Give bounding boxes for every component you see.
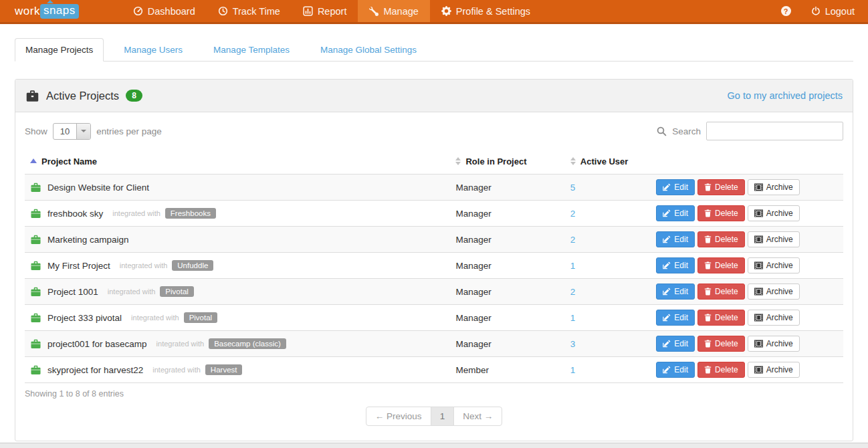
edit-label: Edit — [674, 312, 688, 323]
page-size-control: Show 10 entries per page — [25, 123, 162, 140]
integration-badge: Harvest — [205, 364, 243, 375]
archive-button[interactable]: Archive — [748, 284, 800, 300]
nav-item-dashboard[interactable]: Dashboard — [122, 0, 207, 22]
delete-button[interactable]: Delete — [697, 284, 745, 300]
page-size-select[interactable]: 10 — [53, 123, 91, 140]
next-page-button[interactable]: Next → — [453, 407, 502, 426]
archived-projects-link[interactable]: Go to my archived projects — [728, 90, 843, 101]
delete-label: Delete — [715, 260, 738, 271]
film-archive-icon — [754, 314, 763, 322]
archive-button[interactable]: Archive — [748, 179, 800, 195]
film-archive-icon — [754, 183, 763, 191]
active-user-count-link[interactable]: 2 — [570, 235, 576, 245]
project-count-badge: 8 — [126, 90, 142, 102]
delete-button[interactable]: Delete — [697, 362, 745, 378]
delete-label: Delete — [715, 338, 738, 349]
delete-label: Delete — [715, 234, 738, 245]
logo-text-snaps: snaps — [40, 4, 79, 19]
archive-button[interactable]: Archive — [748, 205, 800, 221]
trash-icon — [704, 314, 712, 322]
archive-button[interactable]: Archive — [748, 362, 800, 378]
worksnaps-logo[interactable]: work snaps — [0, 0, 79, 22]
logout-label: Logout — [825, 6, 855, 17]
edit-button[interactable]: Edit — [656, 231, 695, 247]
edit-label: Edit — [674, 260, 688, 271]
integrated-with-label: integrated with — [108, 288, 156, 296]
nav-label: Track Time — [233, 6, 280, 17]
active-user-count-link[interactable]: 2 — [570, 287, 576, 297]
edit-icon — [663, 235, 671, 243]
edit-button[interactable]: Edit — [656, 284, 695, 300]
column-label: Active User — [580, 156, 629, 166]
integrated-with-label: integrated with — [112, 209, 160, 217]
nav-item-report[interactable]: Report — [292, 0, 358, 22]
report-icon — [303, 6, 313, 16]
archive-button[interactable]: Archive — [748, 336, 800, 352]
active-user-count-link[interactable]: 1 — [570, 313, 576, 323]
column-header-role[interactable]: Role in Project — [450, 148, 564, 175]
delete-label: Delete — [715, 312, 738, 323]
edit-button[interactable]: Edit — [656, 179, 695, 195]
tab-manage-templates[interactable]: Manage Templates — [203, 38, 300, 62]
current-page-button[interactable]: 1 — [431, 407, 455, 426]
integration-info: integrated with Pivotal — [131, 312, 217, 323]
integration-info: integrated with Unfuddle — [120, 260, 214, 271]
previous-page-button[interactable]: ← Previous — [366, 407, 431, 426]
trash-icon — [704, 209, 712, 217]
project-name: project001 for basecamp — [47, 339, 147, 349]
edit-icon — [663, 288, 671, 296]
integration-info: integrated with Harvest — [152, 364, 242, 375]
edit-button[interactable]: Edit — [656, 362, 695, 378]
role-in-project: Manager — [450, 227, 564, 253]
delete-button[interactable]: Delete — [697, 179, 745, 195]
integration-badge: Pivotal — [184, 312, 218, 323]
archive-button[interactable]: Archive — [748, 310, 800, 326]
edit-button[interactable]: Edit — [656, 336, 695, 352]
delete-button[interactable]: Delete — [697, 310, 745, 326]
nav-item-manage[interactable]: Manage — [358, 0, 429, 22]
delete-button[interactable]: Delete — [697, 231, 745, 247]
column-header-project-name[interactable]: Project Name — [25, 148, 450, 175]
edit-button[interactable]: Edit — [656, 310, 695, 326]
integrated-with-label: integrated with — [156, 340, 205, 348]
tab-manage-users[interactable]: Manage Users — [113, 38, 193, 62]
column-label: Role in Project — [465, 156, 526, 166]
column-header-active-user[interactable]: Active User — [565, 148, 651, 175]
help-icon[interactable]: ? — [781, 6, 791, 16]
archive-button[interactable]: Archive — [748, 231, 800, 247]
logout-button[interactable]: Logout — [811, 6, 855, 17]
edit-icon — [663, 261, 671, 269]
search-input[interactable] — [706, 122, 843, 140]
active-user-count-link[interactable]: 1 — [570, 261, 576, 271]
delete-button[interactable]: Delete — [697, 336, 745, 352]
role-in-project: Manager — [450, 175, 564, 201]
edit-button[interactable]: Edit — [656, 257, 695, 273]
project-briefcase-icon — [30, 209, 41, 219]
archive-button[interactable]: Archive — [748, 257, 800, 273]
select-caret-button[interactable] — [76, 124, 90, 139]
table-header-row: Project Name Role in Project Active User — [25, 148, 843, 175]
active-user-count-link[interactable]: 3 — [570, 339, 576, 349]
active-user-count-link[interactable]: 5 — [570, 183, 576, 193]
project-briefcase-icon — [30, 365, 41, 375]
tab-manage-projects[interactable]: Manage Projects — [15, 38, 104, 62]
nav-item-profile-settings[interactable]: Profile & Settings — [430, 0, 542, 22]
column-label: Project Name — [41, 156, 97, 166]
delete-button[interactable]: Delete — [697, 257, 745, 273]
edit-icon — [663, 314, 671, 322]
project-briefcase-icon — [30, 287, 41, 297]
tab-manage-global-settings[interactable]: Manage Global Settings — [310, 38, 427, 62]
active-user-count-link[interactable]: 2 — [570, 209, 576, 219]
project-row: My First Project integrated with Unfuddl… — [25, 253, 843, 279]
project-name: Marketing campaign — [47, 235, 129, 245]
edit-button[interactable]: Edit — [656, 205, 695, 221]
entries-summary: Showing 1 to 8 of 8 entries — [25, 389, 843, 399]
active-user-count-link[interactable]: 1 — [570, 365, 576, 375]
edit-icon — [663, 366, 671, 374]
role-in-project: Manager — [450, 253, 564, 279]
active-projects-panel: Active Projects 8 Go to my archived proj… — [15, 79, 853, 441]
delete-button[interactable]: Delete — [697, 205, 745, 221]
edit-label: Edit — [674, 286, 688, 297]
nav-item-track-time[interactable]: Track Time — [207, 0, 292, 22]
integration-info: integrated with Basecamp (classic) — [156, 338, 286, 349]
